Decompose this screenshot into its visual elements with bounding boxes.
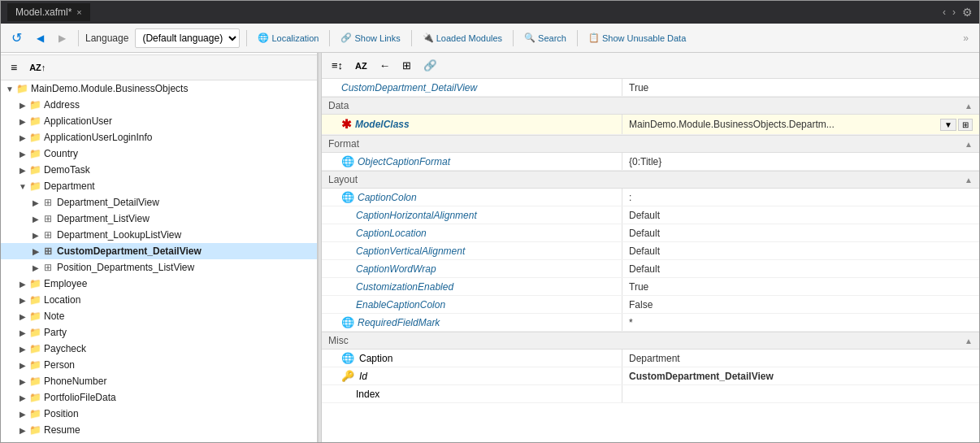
tree-item-demotask[interactable]: ▶ 📁 DemoTask (1, 162, 317, 178)
loaded-modules-button[interactable]: 🔌 Loaded Modules (418, 30, 506, 46)
section-format-collapse[interactable]: ▲ (965, 140, 973, 149)
tree-item-dept-detail[interactable]: ▶ ⊞ Department_DetailView (1, 194, 317, 211)
nav-back-button[interactable]: ◀ (31, 29, 50, 47)
employee-label: Employee (44, 278, 87, 289)
resume-expand-icon[interactable]: ▶ (17, 426, 28, 435)
dept-detail-expand-icon[interactable]: ▶ (30, 198, 41, 207)
captionhalign-link[interactable]: CaptionHorizontalAlignment (356, 210, 477, 221)
phone-expand-icon[interactable]: ▶ (17, 377, 28, 386)
dept-list-expand-icon[interactable]: ▶ (30, 215, 41, 224)
tree-item-country[interactable]: ▶ 📁 Country (1, 145, 317, 162)
tree-item-custom-dept[interactable]: ▶ ⊞ CustomDepartment_DetailView (1, 243, 317, 259)
tree-item-note[interactable]: ▶ 📁 Note (1, 308, 317, 324)
title-tab[interactable]: Model.xafml* × (7, 3, 90, 21)
tree-item-dept-lookup[interactable]: ▶ ⊞ Department_LookupListView (1, 227, 317, 243)
tree-item-employee[interactable]: ▶ 📁 Employee (1, 276, 317, 292)
prop-row-id: 🔑 Id CustomDepartment_DetailView (322, 367, 979, 385)
customization-link[interactable]: CustomizationEnabled (356, 281, 453, 293)
prop-sort2-button[interactable]: AZ (350, 59, 372, 73)
address-expand-icon[interactable]: ▶ (17, 101, 28, 110)
portfolio-expand-icon[interactable]: ▶ (17, 393, 28, 402)
prop-value-captioncolon: : (622, 189, 979, 206)
paycheck-label: Paycheck (44, 343, 86, 354)
tab-label: Model.xafml* (15, 7, 72, 18)
captionloc-link[interactable]: CaptionLocation (356, 228, 427, 239)
search-button[interactable]: 🔍 Search (520, 30, 570, 46)
tree-item-location[interactable]: ▶ 📁 Location (1, 292, 317, 308)
top-link[interactable]: CustomDepartment_DetailView (341, 82, 477, 93)
modelclass-dropdown[interactable]: ▼ (940, 119, 956, 131)
party-expand-icon[interactable]: ▶ (17, 328, 28, 337)
tree-item-appuser[interactable]: ▶ 📁 ApplicationUser (1, 113, 317, 129)
prop-grid-button[interactable]: ⊞ (397, 57, 416, 74)
az-button[interactable]: AZ↑ (24, 60, 50, 75)
prop-name-captionwrap: CaptionWordWrap (322, 260, 622, 277)
tree-item-position[interactable]: ▶ 📁 Position (1, 406, 317, 422)
prop-row-enablecolon: EnableCaptionColon False (322, 296, 979, 314)
paycheck-expand-icon[interactable]: ▶ (17, 345, 28, 354)
logininfo-expand-icon[interactable]: ▶ (17, 133, 28, 142)
sep6 (577, 30, 578, 46)
tree-item-party[interactable]: ▶ 📁 Party (1, 324, 317, 341)
scroll-right-icon[interactable]: › (952, 7, 956, 18)
custom-dept-expand-icon[interactable]: ▶ (30, 247, 41, 256)
caption-format-link[interactable]: ObjectCaptionFormat (358, 156, 450, 167)
tree-item-pos-dept[interactable]: ▶ ⊞ Position_Departments_ListView (1, 259, 317, 276)
modelclass-edit[interactable]: ⊞ (958, 119, 973, 131)
enablecolon-link[interactable]: EnableCaptionColon (356, 299, 445, 311)
localization-button[interactable]: 🌐 Localization (254, 30, 323, 46)
show-unusable-button[interactable]: 📋 Show Unusable Data (584, 30, 690, 46)
captionvalign-link[interactable]: CaptionVerticalAlignment (356, 245, 465, 257)
prop-sort1-button[interactable]: ≡↕ (327, 57, 348, 74)
settings-icon[interactable]: ⚙ (962, 6, 973, 19)
prop-name-caption: 🌐 Caption (322, 350, 622, 367)
tree-root[interactable]: ▼ 📁 MainDemo.Module.BusinessObjects (1, 80, 317, 97)
prop-row-reqmark: 🌐 RequiredFieldMark * (322, 314, 979, 332)
overflow-button[interactable]: » (957, 29, 974, 47)
demotask-expand-icon[interactable]: ▶ (17, 166, 28, 175)
sep5 (513, 30, 514, 46)
language-select[interactable]: (Default language) (135, 28, 240, 48)
tree-item-dept-list[interactable]: ▶ ⊞ Department_ListView (1, 211, 317, 227)
captioncolon-link[interactable]: CaptionColon (358, 192, 417, 203)
nav-forward-button[interactable]: ▶ (53, 29, 72, 47)
prop-value-modelclass: MainDemo.Module.BusinessObjects.Departm.… (622, 115, 979, 134)
section-misc-collapse[interactable]: ▲ (965, 337, 973, 345)
sort-button[interactable]: ≡ (6, 59, 22, 76)
captionwrap-link[interactable]: CaptionWordWrap (356, 263, 436, 275)
department-expand-icon[interactable]: ▼ (17, 182, 28, 191)
section-layout-collapse[interactable]: ▲ (965, 176, 973, 185)
tree-item-person[interactable]: ▶ 📁 Person (1, 357, 317, 373)
refresh-button[interactable]: ↺ (6, 27, 28, 49)
tree-item-logininfo[interactable]: ▶ 📁 ApplicationUserLoginInfo (1, 129, 317, 145)
location-expand-icon[interactable]: ▶ (17, 296, 28, 305)
tree-item-paycheck[interactable]: ▶ 📁 Paycheck (1, 341, 317, 357)
person-expand-icon[interactable]: ▶ (17, 361, 28, 370)
employee-expand-icon[interactable]: ▶ (17, 280, 28, 289)
appuser-expand-icon[interactable]: ▶ (17, 117, 28, 126)
tree-item-department[interactable]: ▼ 📁 Department (1, 178, 317, 194)
tree-item-address[interactable]: ▶ 📁 Address (1, 97, 317, 113)
section-data-collapse[interactable]: ▲ (965, 102, 973, 111)
prop-name-captionvalign: CaptionVerticalAlignment (322, 242, 622, 259)
title-bar-left: Model.xafml* × (7, 3, 90, 21)
reqmark-link[interactable]: RequiredFieldMark (358, 317, 440, 328)
pos-dept-expand-icon[interactable]: ▶ (30, 263, 41, 272)
tree-item-phone[interactable]: ▶ 📁 PhoneNumber (1, 373, 317, 389)
prop-link-button[interactable]: 🔗 (418, 57, 442, 74)
resume-label: Resume (44, 424, 80, 436)
tree-item-resume[interactable]: ▶ 📁 Resume (1, 422, 317, 438)
close-icon[interactable]: × (76, 7, 81, 17)
prop-row-modelclass: ✱ ModelClass MainDemo.Module.BusinessObj… (322, 115, 979, 135)
country-expand-icon[interactable]: ▶ (17, 150, 28, 159)
prop-back-button[interactable]: ← (375, 57, 395, 74)
show-links-button[interactable]: 🔗 Show Links (336, 30, 404, 46)
tree-item-portfolio[interactable]: ▶ 📁 PortfolioFileData (1, 389, 317, 406)
note-expand-icon[interactable]: ▶ (17, 312, 28, 321)
root-expand-icon[interactable]: ▼ (4, 85, 15, 93)
scroll-left-icon[interactable]: ‹ (943, 7, 946, 18)
modelclass-link[interactable]: ModelClass (355, 119, 410, 130)
dept-lookup-expand-icon[interactable]: ▶ (30, 231, 41, 240)
position-expand-icon[interactable]: ▶ (17, 410, 28, 419)
prop-row-captionwrap: CaptionWordWrap Default (322, 260, 979, 278)
